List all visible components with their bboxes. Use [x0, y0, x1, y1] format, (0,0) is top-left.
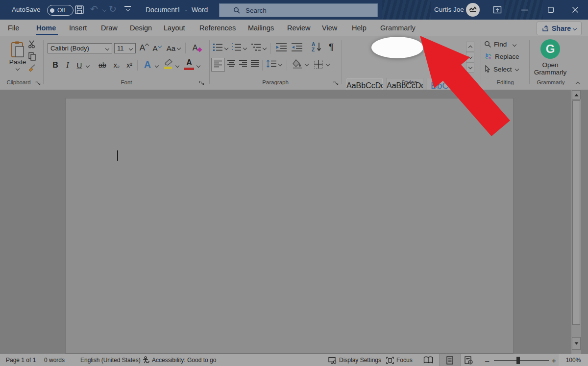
- pilcrow-label: ¶: [329, 42, 334, 52]
- share-label: Share: [552, 24, 571, 32]
- read-mode-button[interactable]: [423, 354, 433, 366]
- maximize-button[interactable]: [540, 0, 562, 20]
- group-separator: [529, 40, 530, 84]
- highlight-chevron-icon[interactable]: [175, 64, 179, 68]
- text-effects-button[interactable]: A: [141, 58, 154, 71]
- font-size-combobox[interactable]: 11: [114, 43, 136, 53]
- save-button[interactable]: [74, 5, 84, 15]
- zoom-level-button[interactable]: 100%: [559, 354, 588, 366]
- language-indicator[interactable]: English (United States): [80, 354, 141, 366]
- clear-formatting-button[interactable]: A: [190, 42, 204, 54]
- font-dialog-launcher[interactable]: [199, 80, 204, 86]
- italic-button[interactable]: I: [63, 59, 73, 71]
- redo-button[interactable]: ↻: [109, 3, 117, 15]
- change-case-button[interactable]: Aa: [166, 42, 181, 54]
- scroll-up-button[interactable]: [572, 90, 581, 99]
- align-right-button[interactable]: [239, 60, 247, 68]
- strikethrough-label: ab: [98, 61, 106, 69]
- multilevel-chevron-icon[interactable]: [263, 46, 267, 50]
- customize-toolbar-chevron[interactable]: [126, 7, 130, 11]
- numbering-icon: [231, 43, 242, 51]
- zoom-slider-handle[interactable]: [516, 357, 520, 364]
- tab-file[interactable]: File: [8, 20, 19, 36]
- increase-indent-button[interactable]: [291, 43, 303, 51]
- page-indicator[interactable]: Page 1 of 1: [6, 354, 36, 366]
- scroll-down-button[interactable]: [572, 337, 581, 350]
- highlight-color-button[interactable]: [163, 58, 173, 70]
- accessibility-status[interactable]: Accessibility: Good to go: [142, 354, 216, 366]
- avatar[interactable]: [466, 3, 480, 17]
- tab-references[interactable]: References: [199, 20, 236, 36]
- tab-view[interactable]: View: [322, 20, 337, 36]
- numbering-chevron-icon[interactable]: [243, 46, 247, 50]
- line-spacing-chevron-icon[interactable]: [278, 62, 282, 66]
- copy-button[interactable]: [28, 52, 36, 61]
- ribbon-display-options-button[interactable]: [493, 5, 502, 14]
- print-layout-button[interactable]: [439, 354, 461, 366]
- font-color-button[interactable]: A: [184, 58, 194, 67]
- tab-layout[interactable]: Layout: [164, 20, 185, 36]
- open-grammarly-button[interactable]: G Open Grammarly: [532, 39, 568, 78]
- zoom-out-button[interactable]: –: [485, 354, 489, 366]
- undo-dropdown-chevron[interactable]: [102, 8, 106, 12]
- page-indicator-label: Page 1 of 1: [6, 357, 36, 364]
- paragraph-dialog-launcher[interactable]: [333, 80, 339, 86]
- format-painter-icon: [28, 64, 37, 73]
- word-count[interactable]: 0 words: [44, 354, 65, 366]
- sort-button[interactable]: A Z: [311, 42, 323, 52]
- align-left-button[interactable]: [211, 58, 225, 72]
- vertical-scrollbar[interactable]: [571, 90, 581, 354]
- tab-design[interactable]: Design: [130, 20, 152, 36]
- open-grammarly-line1: Open: [532, 61, 568, 69]
- share-button[interactable]: Share: [537, 22, 582, 35]
- tab-review[interactable]: Review: [287, 20, 311, 36]
- paste-button[interactable]: Paste: [7, 39, 28, 72]
- shading-chevron-icon[interactable]: [305, 62, 309, 66]
- multilevel-list-button[interactable]: [251, 43, 262, 51]
- autosave-label: AutoSave: [12, 6, 41, 13]
- tab-mailings[interactable]: Mailings: [248, 20, 274, 36]
- tab-draw[interactable]: Draw: [101, 20, 118, 36]
- maximize-icon: [548, 7, 554, 13]
- font-color-chevron-icon[interactable]: [196, 64, 200, 68]
- borders-button[interactable]: [314, 59, 323, 69]
- autosave-toggle[interactable]: Off: [47, 5, 74, 16]
- borders-chevron-icon[interactable]: [326, 62, 330, 66]
- underline-button[interactable]: U: [74, 59, 84, 71]
- subscript-button[interactable]: x₂: [111, 59, 122, 71]
- decrease-indent-button[interactable]: [275, 43, 287, 51]
- bold-button[interactable]: B: [50, 59, 61, 71]
- bullets-button[interactable]: [213, 43, 223, 51]
- superscript-button[interactable]: x²: [123, 59, 135, 71]
- scrollbar-thumb[interactable]: [572, 100, 580, 325]
- close-button[interactable]: [564, 0, 586, 20]
- zoom-slider-track[interactable]: [494, 360, 549, 361]
- search-box[interactable]: Search: [219, 3, 378, 17]
- clipboard-dialog-launcher[interactable]: [35, 80, 41, 86]
- undo-button[interactable]: ↶: [90, 3, 98, 15]
- minimize-button[interactable]: [514, 0, 535, 20]
- tab-help[interactable]: Help: [352, 20, 367, 36]
- bullets-chevron-icon[interactable]: [224, 46, 228, 50]
- paste-icon: [10, 41, 25, 58]
- shading-button[interactable]: [292, 59, 303, 69]
- cut-button[interactable]: [27, 40, 36, 49]
- collapse-ribbon-chevron[interactable]: [576, 82, 580, 86]
- show-paragraph-marks-button[interactable]: ¶: [326, 42, 336, 52]
- format-painter-button[interactable]: [28, 64, 37, 73]
- tab-insert[interactable]: Insert: [69, 20, 87, 36]
- numbering-button[interactable]: [231, 43, 242, 51]
- focus-button[interactable]: Focus: [386, 354, 413, 366]
- zoom-in-button[interactable]: +: [552, 354, 556, 366]
- text-effects-chevron-icon[interactable]: [155, 64, 159, 68]
- strikethrough-button[interactable]: ab: [96, 59, 109, 71]
- font-name-combobox[interactable]: Calibri (Body): [48, 43, 112, 53]
- grow-font-button[interactable]: A: [138, 42, 150, 54]
- underline-chevron-icon[interactable]: [86, 64, 90, 68]
- display-settings-button[interactable]: Display Settings: [328, 354, 381, 366]
- line-spacing-button[interactable]: [266, 60, 277, 68]
- web-layout-button[interactable]: [465, 354, 473, 366]
- justify-button[interactable]: [250, 60, 259, 68]
- align-center-button[interactable]: [227, 60, 236, 68]
- shrink-font-button[interactable]: A: [151, 42, 163, 54]
